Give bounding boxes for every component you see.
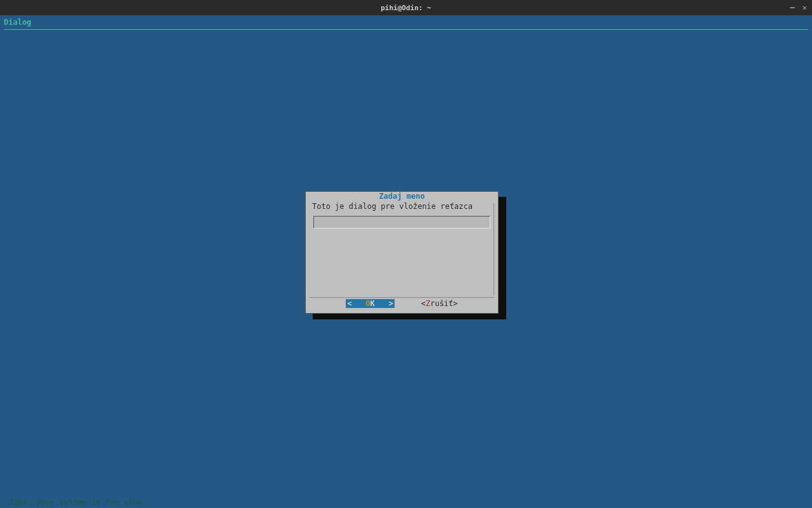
dialog-title: Zadaj meno — [377, 192, 426, 201]
terminal-divider — [4, 29, 808, 30]
cancel-button[interactable]: <Zrušiť> — [421, 299, 458, 308]
ok-hotkey: O — [365, 299, 370, 308]
titlebar-controls: — ✕ — [790, 4, 807, 11]
terminal-area: Dialog Zadaj meno Toto je dialog pre vlo… — [0, 15, 812, 508]
button-separator — [310, 297, 494, 298]
ok-button[interactable]: < OK > — [346, 299, 394, 308]
dialog-title-row: Zadaj meno — [306, 192, 498, 201]
terminal-title: Dialog — [0, 15, 812, 28]
dialog-button-row: < OK > <Zrušiť> — [306, 299, 498, 308]
status-message: 33ms, your system is too slow — [9, 498, 142, 508]
dialog-frame — [310, 203, 494, 295]
minimize-button[interactable]: — — [790, 4, 795, 11]
input-dialog: Zadaj meno Toto je dialog pre vloženie r… — [305, 191, 499, 314]
close-button[interactable]: ✕ — [802, 4, 807, 11]
window-title: pihi@Odin: ~ — [381, 4, 431, 12]
window-titlebar: pihi@Odin: ~ — ✕ — [0, 0, 812, 15]
